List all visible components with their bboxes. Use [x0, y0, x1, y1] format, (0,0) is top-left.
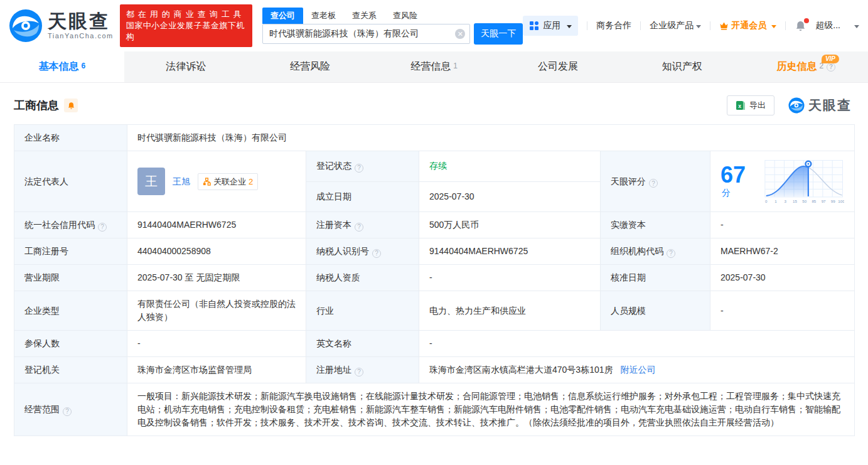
svg-text:x: x: [738, 103, 741, 109]
nav-cooperation[interactable]: 商务合作: [596, 20, 631, 31]
excel-icon: x: [736, 100, 746, 110]
clear-search-icon[interactable]: [455, 29, 465, 39]
org-network-icon: [203, 178, 211, 186]
table-row: 登记机关 珠海市金湾区市场监督管理局 注册地址 珠海市金湾区南水镇高栏港大道47…: [14, 357, 855, 383]
notifications-bell[interactable]: [795, 20, 806, 32]
notification-dot: [804, 18, 809, 23]
tab-legal-litigation[interactable]: 法律诉讼: [124, 51, 249, 82]
help-icon[interactable]: [355, 223, 363, 232]
tab-operation-risk[interactable]: 经营风险: [248, 51, 372, 82]
score-distribution-chart: 0 1 3 15 50 85 97 99 100: [763, 158, 844, 205]
table-row: 工商注册号 440404000258908 纳税人识别号 91440404MAE…: [14, 238, 855, 265]
username: 超级...: [815, 20, 840, 31]
monitor-bell-badge[interactable]: [64, 99, 78, 112]
tab-history-info[interactable]: 历史信息 2 VIP: [744, 51, 868, 82]
business-scope-value: 一般项目：新兴能源技术研发；新能源汽车换电设施销售；在线能源计量技术研发；合同能…: [127, 383, 855, 436]
company-type-value: 有限责任公司（非自然人投资或控股的法人独资）: [127, 291, 306, 331]
industry-label: 行业: [316, 306, 334, 316]
paid-capital-label: 实缴资本: [611, 220, 646, 230]
nearby-companies-link[interactable]: 附近公司: [620, 365, 655, 375]
industry-value: 电力、热力生产和供应业: [419, 291, 601, 331]
tab-label: 知识产权: [662, 60, 702, 73]
paid-capital-value: -: [710, 212, 855, 238]
apps-label: 应用: [543, 20, 560, 31]
help-icon[interactable]: [355, 164, 363, 173]
taxpayer-id-value: 91440404MAERHW6725: [419, 238, 601, 265]
top-nav: 应用 商务合作 企业级产品 开通会员 超级...: [523, 16, 859, 36]
bell-icon: [67, 102, 75, 110]
help-icon[interactable]: [355, 368, 363, 377]
svg-text:50: 50: [802, 199, 806, 203]
tianyan-score[interactable]: 67分: [721, 158, 844, 205]
reg-capital-value: 500万人民币: [419, 212, 601, 238]
related-companies-badge[interactable]: 关联企业 2: [198, 173, 258, 190]
table-row: 参保人数 - 英文名称 -: [14, 331, 855, 357]
help-icon[interactable]: [372, 249, 381, 258]
apps-menu[interactable]: 应用: [523, 16, 578, 36]
establish-date-value: 2025-07-30: [419, 181, 601, 212]
tianyancha-logo-icon: [9, 9, 43, 43]
crown-icon: [719, 21, 729, 30]
insured-count-label: 参保人数: [24, 338, 60, 348]
svg-text:85: 85: [812, 199, 816, 203]
tianyancha-logo-icon: [788, 97, 805, 114]
search-tabs: 查公司 查老板 查关系 查风险: [262, 8, 523, 24]
reg-number-label: 工商注册号: [24, 246, 68, 256]
search-button[interactable]: 天眼一下: [474, 23, 523, 45]
help-icon[interactable]: [649, 179, 658, 188]
divider: [587, 21, 587, 30]
tab-label: 历史信息: [776, 60, 817, 73]
reg-number-value: 440404000258908: [127, 238, 306, 265]
help-icon[interactable]: [98, 223, 107, 232]
promo-banner: 都在用的商业查询工具 国家中小企业发展子基金旗下机构: [120, 4, 252, 47]
legal-rep-link[interactable]: 王旭: [173, 175, 190, 188]
tianyancha-logo[interactable]: 天眼查 TianYanCha.com: [9, 9, 114, 43]
reg-address-value: 珠海市金湾区南水镇高栏港大道470号3栋101房: [429, 365, 613, 375]
related-label: 关联企业: [213, 175, 246, 188]
logo-domain: TianYanCha.com: [48, 32, 114, 40]
search-tab-company[interactable]: 查公司: [262, 8, 303, 24]
tab-count: 6: [81, 61, 85, 70]
tab-label: 公司发展: [538, 60, 578, 73]
tab-label: 经营信息: [410, 60, 451, 73]
reg-status-label: 登记状态: [316, 161, 351, 171]
english-name-label: 英文名称: [316, 338, 351, 348]
tab-basic-info[interactable]: 基本信息 6: [0, 51, 124, 82]
svg-text:100: 100: [838, 199, 844, 203]
help-icon[interactable]: [63, 407, 72, 416]
promo-line2: 国家中小企业发展子基金旗下机构: [126, 20, 246, 43]
business-term-value: 2025-07-30 至 无固定期限: [127, 265, 306, 291]
staff-size-label: 人员规模: [611, 306, 646, 316]
tab-intellectual-property[interactable]: 知识产权: [620, 51, 744, 82]
related-count: 2: [249, 175, 253, 188]
approval-date-label: 核准日期: [611, 272, 646, 282]
tab-label: 基本信息: [38, 60, 78, 73]
export-button[interactable]: x 导出: [727, 95, 774, 115]
svg-text:99: 99: [830, 199, 835, 203]
reg-authority-value: 珠海市金湾区市场监督管理局: [127, 357, 306, 383]
score-label: 天眼评分: [611, 176, 646, 186]
search-tab-relation[interactable]: 查关系: [344, 8, 385, 24]
nav-enterprise[interactable]: 企业级产品: [650, 20, 701, 31]
table-row: 企业类型 有限责任公司（非自然人投资或控股的法人独资） 行业 电力、热力生产和供…: [14, 291, 855, 331]
chevron-down-icon[interactable]: [854, 25, 859, 28]
search-tab-risk[interactable]: 查风险: [385, 8, 426, 24]
company-name-value: 时代骐骥新能源科技（珠海）有限公司: [127, 125, 855, 151]
taxpayer-quality-label: 纳税人资质: [316, 272, 360, 282]
svg-text:1: 1: [774, 199, 777, 203]
divider: [710, 21, 710, 30]
help-icon[interactable]: [827, 63, 835, 72]
search-input[interactable]: [262, 24, 470, 44]
search-tab-boss[interactable]: 查老板: [303, 8, 344, 24]
reg-status-value: 存续: [419, 151, 601, 182]
vip-badge: VIP: [822, 55, 839, 63]
reg-address-label: 注册地址: [316, 365, 351, 375]
tab-company-development[interactable]: 公司发展: [496, 51, 620, 82]
tab-operation-info[interactable]: 经营信息 1: [372, 51, 496, 82]
table-row: 法定代表人 王 王旭 关联企业 2 登记状态 存续 天眼评分: [14, 151, 855, 182]
user-menu[interactable]: 超级...: [815, 20, 840, 31]
chevron-down-icon: [696, 25, 701, 28]
avatar[interactable]: 王: [137, 168, 165, 195]
help-icon[interactable]: [667, 249, 675, 258]
nav-open-vip[interactable]: 开通会员: [719, 20, 776, 31]
